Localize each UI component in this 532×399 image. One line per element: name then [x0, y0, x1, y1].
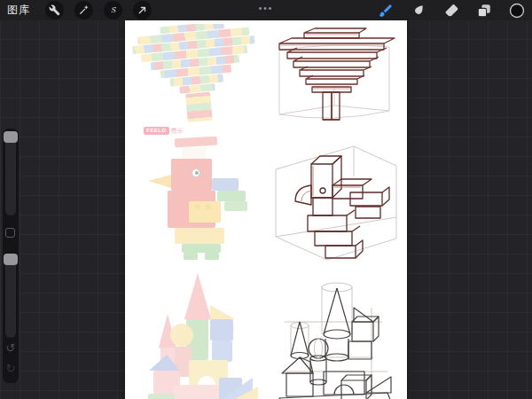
layers-button[interactable]	[476, 3, 492, 19]
paint-brush-button[interactable]	[378, 3, 394, 19]
watermark-text: 费乐	[171, 128, 184, 135]
smudge-icon	[411, 3, 426, 18]
side-controls: ↺ ↻	[3, 129, 19, 383]
gallery-button[interactable]: 图库	[7, 3, 30, 18]
transform-button[interactable]	[133, 1, 152, 20]
color-circle-icon	[508, 2, 526, 20]
modify-button[interactable]	[5, 228, 15, 238]
brush-size-slider[interactable]	[5, 131, 16, 215]
drawing-canvas[interactable]: FEELO 费乐	[125, 20, 407, 399]
brush-size-handle[interactable]	[4, 131, 18, 143]
opacity-handle[interactable]	[4, 254, 18, 265]
line-sketch-duck	[263, 132, 407, 278]
watermark: FEELO 费乐	[144, 127, 184, 135]
paint-tools-group	[378, 3, 532, 19]
brush-icon	[378, 3, 394, 19]
selections-button[interactable]: S	[104, 1, 122, 20]
redo-button[interactable]: ↻	[3, 362, 19, 376]
smudge-button[interactable]	[411, 3, 426, 19]
eraser-button[interactable]	[443, 3, 459, 19]
layers-icon	[476, 3, 492, 19]
s-glyph-icon: S	[107, 4, 119, 16]
undo-button[interactable]: ↺	[3, 341, 19, 356]
actions-button[interactable]	[45, 1, 64, 20]
opacity-slider[interactable]	[5, 254, 16, 338]
more-options-button[interactable]: •••	[259, 4, 274, 13]
wrench-icon	[49, 4, 60, 16]
top-toolbar: 图库 S •••	[0, 0, 532, 20]
magic-wand-icon	[78, 4, 90, 16]
svg-text:S: S	[111, 5, 117, 14]
adjustments-button[interactable]	[74, 1, 93, 20]
reference-photo-castle	[134, 264, 258, 399]
color-button[interactable]	[509, 3, 525, 19]
eraser-icon	[444, 3, 459, 18]
line-sketch-pyramid	[260, 22, 406, 130]
watermark-badge: FEELO	[144, 127, 169, 135]
reference-photo-pyramid	[130, 24, 262, 126]
arrow-cursor-icon	[137, 4, 148, 16]
line-sketch-castle	[267, 269, 404, 399]
reference-photo-duck	[134, 134, 258, 271]
